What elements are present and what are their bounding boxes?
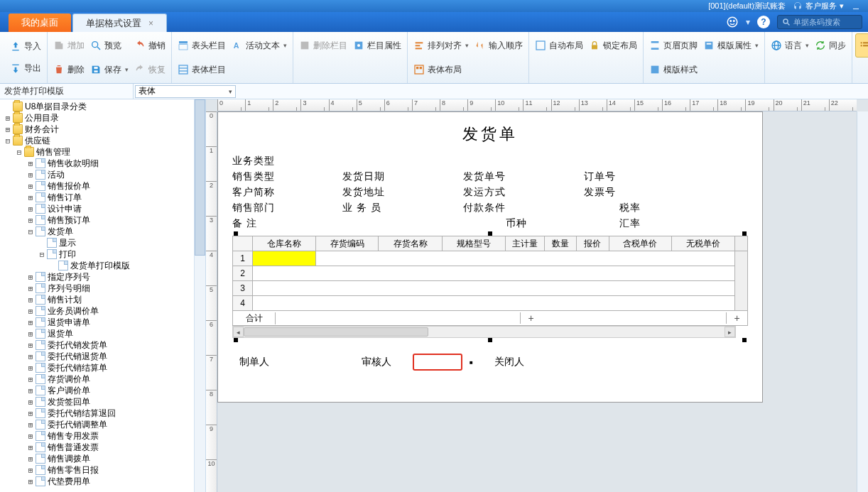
- field-label[interactable]: 发货地址: [342, 186, 463, 199]
- body-layout-button[interactable]: 表体布局: [411, 58, 472, 82]
- table-row[interactable]: 3: [233, 281, 748, 296]
- tree-item[interactable]: ⊞销售收款明细: [0, 158, 194, 169]
- export-button[interactable]: 导出: [7, 60, 44, 77]
- tree-item[interactable]: ⊞指定序列号: [0, 271, 194, 283]
- column-header[interactable]: 无税单价: [672, 236, 735, 251]
- tree-item[interactable]: ⊞销售调拨单: [0, 453, 194, 464]
- tree-item[interactable]: ⊞销售普通发票: [0, 442, 194, 453]
- barcode-search[interactable]: [777, 15, 862, 29]
- table-row[interactable]: 4: [233, 296, 748, 311]
- field-label[interactable]: 客户简称: [232, 186, 342, 199]
- grid-hscrollbar[interactable]: ◂▸: [232, 326, 736, 338]
- tree-scrollbar[interactable]: [194, 99, 205, 492]
- active-text-button[interactable]: A活动文本▾: [229, 33, 290, 58]
- tree-item[interactable]: ⊟供应链: [0, 135, 194, 146]
- body-grid[interactable]: 仓库名称存货编码存货名称规格型号主计量数量报价含税单价无税单价 1 2 3 4 …: [232, 236, 748, 338]
- font-selector[interactable]: 表体▾: [135, 85, 236, 98]
- plus-icon[interactable]: +: [726, 312, 747, 324]
- tree-item[interactable]: ⊞委托代销调整单: [0, 419, 194, 430]
- design-surface[interactable]: 012345678910111213141516171819202122 012…: [206, 99, 868, 492]
- field-label[interactable]: 发货日期: [342, 170, 463, 183]
- customer-service-button[interactable]: 客户服务 ▾: [793, 1, 844, 11]
- preview-button[interactable]: 预览: [87, 33, 131, 58]
- tree-item[interactable]: ⊞财务会计: [0, 124, 194, 135]
- table-row[interactable]: 1: [233, 251, 748, 266]
- tab-form-format[interactable]: 单据格式设置 ×: [72, 13, 167, 32]
- sum-row[interactable]: 合计++: [232, 311, 748, 326]
- scrollbar-thumb[interactable]: [244, 327, 428, 337]
- tree-item[interactable]: ⊞退货申请单: [0, 317, 194, 328]
- tree-item[interactable]: ⊞业务员调价单: [0, 305, 194, 317]
- document-title[interactable]: 发货单: [232, 121, 748, 153]
- field-label[interactable]: 订单号: [584, 170, 705, 183]
- add-button[interactable]: 增加: [50, 33, 87, 58]
- sync-button[interactable]: 同步: [812, 33, 849, 58]
- field-label[interactable]: 销售部门: [232, 202, 342, 214]
- lock-layout-button[interactable]: 锁定布局: [586, 33, 640, 58]
- tree-item[interactable]: ⊞存货调价单: [0, 373, 194, 385]
- field-label[interactable]: 付款条件: [463, 202, 584, 214]
- auditor-label[interactable]: 审核人: [362, 356, 391, 368]
- barcode-search-input[interactable]: [793, 18, 850, 26]
- arrow-left-icon[interactable]: ◂: [233, 327, 244, 337]
- tree-item[interactable]: ⊞委托代销发货单: [0, 339, 194, 351]
- minimize-icon[interactable]: [851, 1, 861, 11]
- tree-item[interactable]: ⊞公用目录: [0, 112, 194, 124]
- field-label[interactable]: 业 务 员: [342, 202, 463, 214]
- tree-item[interactable]: ⊞销售零售日报: [0, 464, 194, 476]
- field-label[interactable]: 发运方式: [463, 186, 584, 199]
- language-button[interactable]: 语言▾: [768, 33, 812, 58]
- tree-item[interactable]: ·显示: [0, 237, 194, 248]
- column-property-button[interactable]: 栏目属性: [350, 33, 404, 58]
- tree-item[interactable]: ⊞销售报价单: [0, 180, 194, 192]
- field-label[interactable]: 备 注: [232, 217, 342, 230]
- show-toc-button[interactable]: 显示目录: [855, 33, 868, 58]
- undo-button[interactable]: 撤销: [131, 33, 168, 58]
- tree-item[interactable]: ·发货单打印模版: [0, 260, 194, 271]
- column-header[interactable]: 存货名称: [379, 236, 443, 251]
- closer-label[interactable]: 关闭人: [494, 356, 524, 368]
- selected-cell[interactable]: [253, 251, 316, 266]
- delete-button[interactable]: 删除: [50, 58, 87, 82]
- field-label[interactable]: 销售类型: [232, 170, 342, 183]
- template-name-box[interactable]: 发货单打印模版: [0, 84, 134, 99]
- auto-layout-button[interactable]: 自动布局: [532, 33, 586, 58]
- field-label[interactable]: 税率: [584, 202, 705, 214]
- category-tree[interactable]: ·U8单据目录分类 ⊞公用目录 ⊞财务会计 ⊟供应链 ⊟销售管理 ⊞销售收款明细…: [0, 99, 194, 492]
- field-label[interactable]: 币种: [463, 217, 584, 230]
- scrollbar-thumb[interactable]: [195, 99, 205, 256]
- tree-item[interactable]: ⊞销售专用发票: [0, 430, 194, 442]
- header-column-button[interactable]: 表头栏目: [175, 33, 229, 58]
- redo-button[interactable]: 恢复: [131, 58, 168, 82]
- plus-icon[interactable]: +: [520, 312, 541, 324]
- column-header[interactable]: 报价: [577, 236, 609, 251]
- tree-item[interactable]: ⊞销售订单: [0, 192, 194, 203]
- column-header[interactable]: 规格型号: [443, 236, 506, 251]
- tree-item[interactable]: ⊞设计申请: [0, 203, 194, 214]
- tree-item[interactable]: ⊞客户调价单: [0, 385, 194, 396]
- document-canvas[interactable]: 发货单 业务类型 销售类型 发货日期 发货单号 订单号 客户简称 发货地址 发运…: [217, 111, 763, 403]
- smile-icon[interactable]: [726, 16, 739, 28]
- save-button[interactable]: 保存▾: [87, 58, 131, 82]
- help-button[interactable]: ?: [757, 16, 770, 28]
- tree-item[interactable]: ⊞代垫费用单: [0, 476, 194, 487]
- column-header[interactable]: 主计量: [506, 236, 545, 251]
- tree-item[interactable]: ⊟打印: [0, 248, 194, 260]
- tree-item[interactable]: ⊞委托代销结算单: [0, 362, 194, 373]
- tree-item[interactable]: ⊞序列号明细: [0, 283, 194, 294]
- column-header[interactable]: 存货编码: [315, 236, 379, 251]
- tree-item[interactable]: ⊟发货单: [0, 226, 194, 237]
- tree-item[interactable]: ⊞销售预订单: [0, 214, 194, 226]
- chevron-down-icon[interactable]: ▾: [746, 17, 750, 27]
- tab-desktop[interactable]: 我的桌面: [9, 13, 71, 32]
- field-label[interactable]: 汇率: [584, 217, 705, 230]
- template-property-button[interactable]: 模版属性▾: [700, 33, 761, 58]
- maker-label[interactable]: 制单人: [239, 356, 269, 368]
- tree-item[interactable]: ⊞发货签回单: [0, 396, 194, 408]
- body-column-button[interactable]: 表体栏目: [175, 58, 229, 82]
- table-row[interactable]: 2: [233, 266, 748, 281]
- column-header[interactable]: 数量: [545, 236, 577, 251]
- field-label[interactable]: 发货单号: [463, 170, 584, 183]
- tree-item[interactable]: ⊞委托代销结算退回: [0, 408, 194, 419]
- align-button[interactable]: 排列对齐▾: [411, 33, 472, 58]
